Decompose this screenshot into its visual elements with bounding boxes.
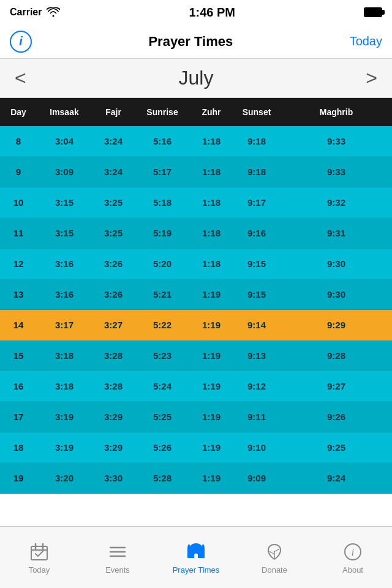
calendar-icon [28,541,50,563]
cell-day: 11 [0,228,37,238]
leaf-icon [263,541,285,563]
svg-text:i: i [352,547,354,557]
status-carrier: Carrier [10,7,60,18]
cell-zuhr: 1:18 [190,197,233,208]
cell-maghrib: 9:31 [281,228,392,238]
tab-donate-label: Donate [262,565,287,575]
status-battery [364,7,382,17]
cell-sunrise: 5:20 [135,258,190,269]
cell-zuhr: 1:19 [190,442,233,453]
table-row: 8 3:04 3:24 5:16 1:18 9:18 9:33 [0,126,392,157]
cell-imsaak: 3:04 [37,136,92,146]
cell-maghrib: 9:26 [281,412,392,422]
table-row: 14 3:17 3:27 5:22 1:19 9:14 9:29 [0,310,392,341]
battery-fill [365,9,381,16]
cell-sunrise: 5:19 [135,228,190,238]
cell-sunset: 9:09 [233,473,281,483]
cell-zuhr: 1:18 [190,167,233,177]
cell-day: 10 [0,197,37,208]
cell-sunrise: 5:23 [135,350,190,361]
table-row: 19 3:20 3:30 5:28 1:19 9:09 9:24 [0,463,392,494]
cell-maghrib: 9:27 [281,381,392,391]
cell-fajr: 3:30 [92,473,135,483]
list-icon [107,541,129,563]
cell-day: 16 [0,381,37,391]
header-sunrise: Sunrise [135,107,190,117]
cell-zuhr: 1:18 [190,136,233,146]
prayer-table: 8 3:04 3:24 5:16 1:18 9:18 9:33 9 3:09 3… [0,126,392,494]
status-bar: Carrier 1:46 PM [0,0,392,24]
svg-rect-8 [188,545,190,548]
header-zuhr: Zuhr [190,107,233,117]
info-button[interactable]: i [10,31,32,53]
tab-today[interactable]: Today [0,527,78,588]
cell-imsaak: 3:18 [37,381,92,391]
cell-zuhr: 1:18 [190,228,233,238]
cell-zuhr: 1:19 [190,320,233,330]
tab-prayer-times[interactable]: Prayer Times [157,527,235,588]
cell-zuhr: 1:19 [190,412,233,422]
cell-sunset: 9:14 [233,320,281,330]
table-row: 17 3:19 3:29 5:25 1:19 9:11 9:26 [0,402,392,432]
cell-day: 9 [0,167,37,177]
svg-rect-11 [202,545,205,548]
cell-day: 8 [0,136,37,146]
cell-fajr: 3:24 [92,136,135,146]
cell-imsaak: 3:17 [37,320,92,330]
cell-imsaak: 3:15 [37,228,92,238]
tab-about[interactable]: i About [314,527,392,588]
tab-events[interactable]: Events [78,527,157,588]
mosque-icon [185,541,207,563]
cell-zuhr: 1:19 [190,381,233,391]
header-imsaak: Imsaak [37,107,92,117]
cell-maghrib: 9:25 [281,442,392,453]
cell-sunrise: 5:18 [135,197,190,208]
cell-sunset: 9:15 [233,258,281,269]
cell-fajr: 3:25 [92,197,135,208]
cell-maghrib: 9:29 [281,320,392,330]
cell-day: 18 [0,442,37,453]
cell-sunset: 9:15 [233,289,281,300]
tab-donate[interactable]: Donate [235,527,314,588]
cell-fajr: 3:28 [92,350,135,361]
tab-about-label: About [342,565,363,575]
cell-sunset: 9:18 [233,136,281,146]
header-maghrib: Maghrib [281,107,392,117]
prev-month-button[interactable]: < [15,67,26,89]
cell-maghrib: 9:28 [281,350,392,361]
month-nav: < July > [0,59,392,98]
carrier-text: Carrier [10,7,42,18]
cell-sunset: 9:16 [233,228,281,238]
cell-sunset: 9:17 [233,197,281,208]
month-label: July [179,67,214,89]
cell-imsaak: 3:15 [37,197,92,208]
cell-imsaak: 3:09 [37,167,92,177]
table-row: 11 3:15 3:25 5:19 1:18 9:16 9:31 [0,218,392,249]
cell-fajr: 3:26 [92,258,135,269]
cell-fajr: 3:24 [92,167,135,177]
cell-fajr: 3:27 [92,320,135,330]
cell-zuhr: 1:19 [190,473,233,483]
cell-sunrise: 5:24 [135,381,190,391]
nav-bar: i Prayer Times Today [0,24,392,59]
battery-icon [364,7,382,17]
tab-bar: Today Events [0,526,392,588]
cell-sunrise: 5:17 [135,167,190,177]
cell-sunset: 9:10 [233,442,281,453]
status-time: 1:46 PM [189,6,235,20]
cell-fajr: 3:28 [92,381,135,391]
cell-fajr: 3:25 [92,228,135,238]
next-month-button[interactable]: > [366,67,377,89]
cell-day: 14 [0,320,37,330]
wifi-icon [47,7,60,17]
cell-sunrise: 5:26 [135,442,190,453]
cell-sunset: 9:12 [233,381,281,391]
today-button[interactable]: Today [350,34,382,48]
table-row: 15 3:18 3:28 5:23 1:19 9:13 9:28 [0,341,392,371]
svg-rect-0 [31,546,47,560]
tab-today-label: Today [29,565,50,575]
cell-fajr: 3:29 [92,442,135,453]
cell-imsaak: 3:20 [37,473,92,483]
tab-prayer-times-label: Prayer Times [173,565,220,575]
about-info-icon: i [342,541,364,563]
